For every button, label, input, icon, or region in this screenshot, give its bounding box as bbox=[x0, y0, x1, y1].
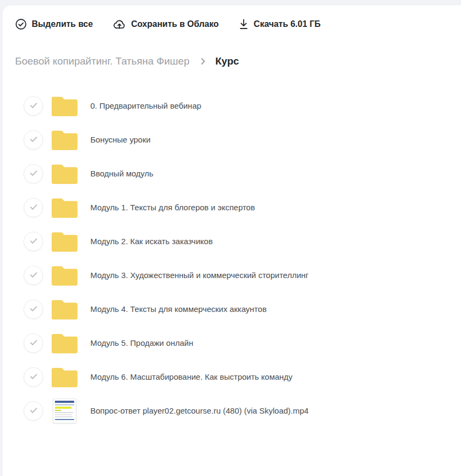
check-icon bbox=[30, 203, 38, 212]
file-name[interactable]: Модуль 4. Тексты для коммерческих аккаун… bbox=[90, 304, 267, 314]
file-icon-slot bbox=[52, 229, 77, 254]
check-icon bbox=[30, 338, 38, 348]
file-icon-slot bbox=[52, 161, 77, 187]
save-to-cloud-label: Сохранить в Облако bbox=[131, 19, 219, 29]
breadcrumb-parent[interactable]: Боевой копирайтинг. Татьяна Фишер bbox=[15, 55, 189, 67]
folder-icon bbox=[52, 367, 77, 387]
file-name[interactable]: Модуль 5. Продажи онлайн bbox=[90, 338, 193, 347]
check-circle-icon bbox=[15, 18, 27, 30]
check-icon bbox=[30, 406, 38, 416]
file-icon-slot bbox=[52, 296, 77, 322]
file-name[interactable]: Вводный модуль bbox=[90, 169, 153, 178]
file-row[interactable]: Модуль 6. Масштабирование. Как выстроить… bbox=[3, 360, 461, 394]
file-row[interactable]: Модуль 5. Продажи онлайн bbox=[3, 326, 461, 360]
check-icon bbox=[30, 372, 38, 382]
file-icon-slot bbox=[52, 195, 77, 221]
row-checkbox[interactable] bbox=[24, 300, 43, 319]
video-thumbnail-icon bbox=[53, 399, 76, 423]
file-row[interactable]: Модуль 1. Тексты для блогеров и эксперто… bbox=[3, 190, 461, 224]
row-checkbox[interactable] bbox=[24, 96, 43, 116]
breadcrumb-current: Курс bbox=[215, 55, 239, 67]
file-name[interactable]: Модуль 1. Тексты для блогеров и эксперто… bbox=[90, 203, 255, 212]
row-checkbox[interactable] bbox=[24, 198, 43, 217]
file-name[interactable]: Модуль 2. Как искать заказчиков bbox=[90, 237, 212, 246]
file-icon-slot bbox=[52, 398, 77, 424]
row-checkbox[interactable] bbox=[24, 232, 43, 251]
folder-icon bbox=[52, 197, 77, 218]
check-icon bbox=[30, 135, 38, 145]
file-row[interactable]: Вводный модуль bbox=[3, 157, 461, 190]
file-icon-slot bbox=[52, 364, 77, 390]
select-all-button[interactable]: Выделить все bbox=[15, 18, 93, 30]
folder-icon bbox=[52, 299, 77, 319]
file-row[interactable]: Вопрос-ответ player02.getcourse.ru (480)… bbox=[3, 394, 461, 428]
file-row[interactable]: Модуль 4. Тексты для коммерческих аккаун… bbox=[3, 292, 461, 326]
row-checkbox[interactable] bbox=[24, 164, 43, 183]
cloud-upload-icon bbox=[112, 18, 126, 30]
folder-icon bbox=[52, 96, 77, 116]
file-name[interactable]: Бонусные уроки bbox=[90, 135, 151, 144]
file-row[interactable]: Модуль 3. Художественный и коммерческий … bbox=[3, 258, 461, 292]
save-to-cloud-button[interactable]: Сохранить в Облако bbox=[112, 18, 219, 30]
file-name[interactable]: Модуль 3. Художественный и коммерческий … bbox=[90, 271, 309, 280]
folder-icon bbox=[52, 231, 77, 252]
file-list: 0. Предварительный вебинар bbox=[3, 89, 461, 428]
check-icon bbox=[30, 271, 38, 280]
content-card: Выделить все Сохранить в Облако Скачать … bbox=[3, 5, 461, 476]
file-row[interactable]: Бонусные уроки bbox=[3, 123, 461, 157]
file-row[interactable]: 0. Предварительный вебинар bbox=[3, 89, 461, 123]
download-button[interactable]: Скачать 6.01 ГБ bbox=[238, 18, 321, 30]
select-all-label: Выделить все bbox=[32, 19, 93, 29]
file-name[interactable]: 0. Предварительный вебинар bbox=[90, 101, 201, 110]
breadcrumb: Боевой копирайтинг. Татьяна Фишер Курс bbox=[3, 55, 461, 67]
file-row[interactable]: Модуль 2. Как искать заказчиков bbox=[3, 224, 461, 258]
download-label: Скачать 6.01 ГБ bbox=[254, 19, 321, 29]
file-icon-slot bbox=[52, 127, 77, 153]
row-checkbox[interactable] bbox=[24, 333, 43, 353]
check-icon bbox=[30, 237, 38, 246]
folder-icon bbox=[52, 265, 77, 286]
download-icon bbox=[238, 18, 249, 30]
folder-icon bbox=[52, 164, 77, 184]
check-icon bbox=[30, 169, 38, 179]
folder-icon bbox=[52, 130, 77, 150]
check-icon bbox=[30, 304, 38, 314]
toolbar: Выделить все Сохранить в Облако Скачать … bbox=[3, 5, 461, 31]
file-icon-slot bbox=[52, 262, 77, 288]
row-checkbox[interactable] bbox=[24, 367, 43, 387]
file-icon-slot bbox=[52, 93, 77, 119]
row-checkbox[interactable] bbox=[24, 401, 43, 421]
file-name[interactable]: Вопрос-ответ player02.getcourse.ru (480)… bbox=[90, 406, 309, 415]
file-icon-slot bbox=[52, 330, 77, 356]
chevron-right-icon bbox=[200, 57, 206, 66]
row-checkbox[interactable] bbox=[24, 266, 43, 285]
file-name[interactable]: Модуль 6. Масштабирование. Как выстроить… bbox=[90, 372, 293, 381]
check-icon bbox=[30, 101, 38, 111]
row-checkbox[interactable] bbox=[24, 130, 43, 150]
folder-icon bbox=[52, 333, 77, 353]
